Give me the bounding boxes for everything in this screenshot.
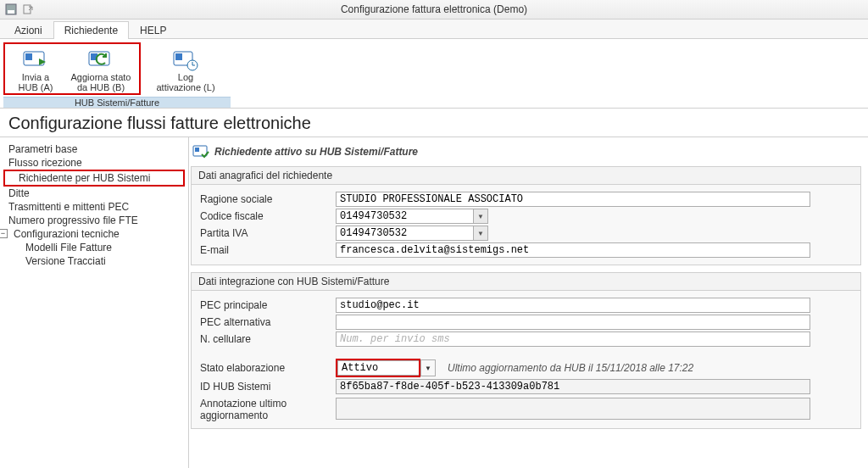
ribbon-log-attivazione[interactable]: Log attivazione (L) xyxy=(149,46,222,93)
sidebar-item-config-tecniche[interactable]: − Configurazioni tecniche xyxy=(3,227,185,241)
chevron-down-icon[interactable]: ▼ xyxy=(473,209,487,223)
combo-stato-elaborazione[interactable] xyxy=(336,359,420,377)
menu-azioni[interactable]: Azioni xyxy=(3,21,53,39)
sidebar-item-numero[interactable]: Numero progressivo file FTE xyxy=(3,214,185,227)
input-cellulare[interactable] xyxy=(336,332,810,347)
input-id-hub xyxy=(336,379,810,394)
label-idhub: ID HUB Sistemi xyxy=(200,381,336,393)
svg-rect-4 xyxy=(25,53,32,60)
svg-rect-11 xyxy=(195,148,199,152)
ribbon-invia-hub[interactable]: Invia a HUB (A) xyxy=(7,46,64,93)
card-refresh-icon xyxy=(87,48,114,72)
ribbon: Invia a HUB (A) Aggiorna stato da HUB (B… xyxy=(0,39,868,109)
label-cf: Codice fiscale xyxy=(200,210,336,222)
sidebar-item-modelli[interactable]: Modelli File Fatture xyxy=(3,241,185,254)
menubar: Azioni Richiedente HELP xyxy=(0,20,868,39)
section-title: Richiedente attivo su HUB Sistemi/Fattur… xyxy=(214,146,418,158)
card-clock-icon xyxy=(172,48,199,72)
svg-rect-8 xyxy=(175,53,182,60)
label-email: E-mail xyxy=(200,244,336,256)
label-piva: Partita IVA xyxy=(200,227,336,239)
label-ragione: Ragione sociale xyxy=(200,193,336,205)
stato-note: Ultimo aggiornamento da HUB il 15/11/201… xyxy=(448,362,693,374)
tree-collapse-icon[interactable]: − xyxy=(0,229,8,238)
menu-richiedente[interactable]: Richiedente xyxy=(53,21,129,39)
sidebar: Parametri base Flusso ricezione Richiede… xyxy=(0,137,189,468)
ribbon-aggiorna-stato[interactable]: Aggiorna stato da HUB (B) xyxy=(64,46,137,93)
input-pec-alternativa[interactable] xyxy=(336,315,810,330)
sidebar-item-richiedente-hub[interactable]: Richiedente per HUB Sistemi xyxy=(3,170,185,187)
fieldset-legend: Dati anagrafici del richiedente xyxy=(192,167,860,185)
ribbon-label: Aggiorna stato da HUB (B) xyxy=(71,72,131,92)
input-codice-fiscale[interactable] xyxy=(336,209,488,224)
input-email[interactable] xyxy=(336,242,810,258)
label-stato: Stato elaborazione xyxy=(200,362,336,374)
sidebar-item-flusso[interactable]: Flusso ricezione xyxy=(3,156,185,170)
section-header: Richiedente attivo su HUB Sistemi/Fattur… xyxy=(191,139,861,164)
fieldset-legend: Dati integrazione con HUB Sistemi/Fattur… xyxy=(192,273,860,291)
page-title: Configurazione flussi fatture elettronic… xyxy=(0,109,868,137)
ribbon-label: Invia a HUB (A) xyxy=(19,72,53,92)
fieldset-integrazione: Dati integrazione con HUB Sistemi/Fattur… xyxy=(191,272,861,429)
window-title: Configurazione fattura elettronica (Demo… xyxy=(0,3,868,15)
card-send-icon xyxy=(22,48,49,72)
chevron-down-icon[interactable]: ▼ xyxy=(473,226,487,240)
label-cellulare: N. cellulare xyxy=(200,333,336,345)
input-stato[interactable] xyxy=(337,360,419,376)
fieldset-anagrafica: Dati anagrafici del richiedente Ragione … xyxy=(191,166,861,265)
label-annotazione: Annotazione ultimo aggiornamento xyxy=(200,396,336,421)
input-ragione-sociale[interactable] xyxy=(336,192,810,207)
textarea-annotazione xyxy=(336,398,810,420)
menu-help[interactable]: HELP xyxy=(129,21,177,39)
ribbon-label: Log attivazione (L) xyxy=(156,72,214,92)
sidebar-label: Configurazioni tecniche xyxy=(14,228,120,240)
sidebar-item-ditte[interactable]: Ditte xyxy=(3,187,185,200)
ribbon-group-caption: HUB Sistemi/Fatture xyxy=(3,97,231,108)
input-pec-principale[interactable] xyxy=(336,298,810,313)
titlebar: Configurazione fattura elettronica (Demo… xyxy=(0,0,868,20)
chevron-down-icon[interactable]: ▼ xyxy=(420,359,436,376)
card-check-icon xyxy=(192,144,209,159)
label-pec: PEC principale xyxy=(200,299,336,311)
sidebar-item-parametri[interactable]: Parametri base xyxy=(3,142,185,156)
sidebar-item-versione[interactable]: Versione Tracciati xyxy=(3,254,185,268)
content-pane: Richiedente attivo su HUB Sistemi/Fattur… xyxy=(189,137,868,468)
label-pec2: PEC alternativa xyxy=(200,316,336,328)
input-partita-iva[interactable] xyxy=(336,226,488,241)
sidebar-item-trasmittenti[interactable]: Trasmittenti e mittenti PEC xyxy=(3,200,185,214)
